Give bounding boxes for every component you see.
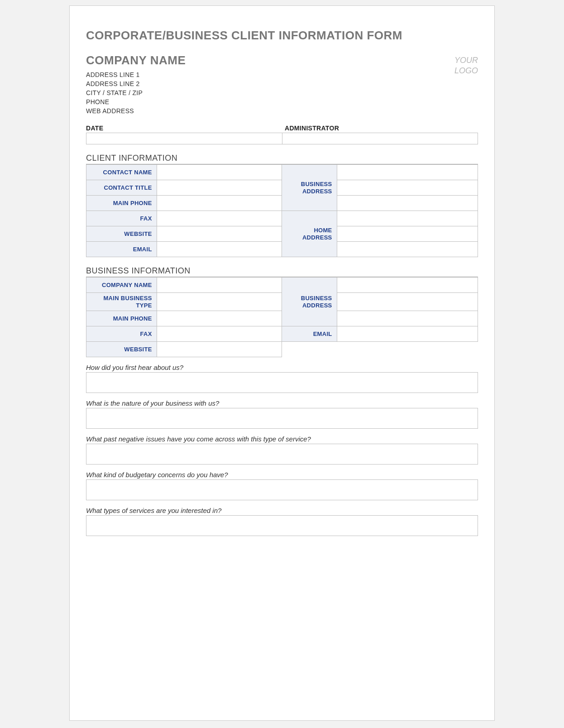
business-info-table: COMPANY NAME BUSINESS ADDRESS MAIN BUSIN… — [86, 277, 478, 357]
label-contact-title: CONTACT TITLE — [86, 180, 157, 196]
input-home-address-2[interactable] — [337, 226, 478, 242]
input-home-address-3[interactable] — [337, 242, 478, 257]
section-client-information: CLIENT INFORMATION — [86, 153, 478, 164]
answer-1[interactable] — [86, 372, 478, 393]
date-input[interactable] — [86, 133, 282, 144]
label-business-address: BUSINESS ADDRESS — [282, 165, 337, 211]
company-phone: PHONE — [86, 98, 186, 105]
answer-3[interactable] — [86, 444, 478, 465]
label-biz-fax: FAX — [86, 326, 157, 342]
input-business-address-1[interactable] — [337, 165, 478, 180]
input-home-address-1[interactable] — [337, 211, 478, 226]
input-website[interactable] — [157, 226, 282, 242]
logo-placeholder: YOUR LOGO — [454, 53, 478, 76]
label-email: EMAIL — [86, 242, 157, 257]
label-fax: FAX — [86, 211, 157, 226]
input-biz-address-2[interactable] — [337, 293, 478, 311]
document-page: CORPORATE/BUSINESS CLIENT INFORMATION FO… — [69, 5, 495, 721]
company-block: COMPANY NAME ADDRESS LINE 1 ADDRESS LINE… — [86, 53, 186, 116]
input-biz-company-name[interactable] — [157, 278, 282, 293]
section-business-information: BUSINESS INFORMATION — [86, 266, 478, 277]
question-5: What types of services are you intereste… — [86, 507, 478, 514]
input-biz-address-1[interactable] — [337, 278, 478, 293]
label-biz-main-phone: MAIN PHONE — [86, 311, 157, 326]
city-state-zip: CITY / STATE / ZIP — [86, 89, 186, 96]
input-contact-title[interactable] — [157, 180, 282, 196]
input-biz-website[interactable] — [157, 342, 282, 357]
label-main-business-type: MAIN BUSINESS TYPE — [86, 293, 157, 311]
label-website: WEBSITE — [86, 226, 157, 242]
input-email[interactable] — [157, 242, 282, 257]
answer-2[interactable] — [86, 408, 478, 429]
input-fax[interactable] — [157, 211, 282, 226]
input-biz-main-phone[interactable] — [157, 311, 282, 326]
address-line-2: ADDRESS LINE 2 — [86, 80, 186, 87]
question-1: How did you first hear about us? — [86, 364, 478, 371]
label-contact-name: CONTACT NAME — [86, 165, 157, 180]
label-main-phone: MAIN PHONE — [86, 196, 157, 211]
label-biz-company-name: COMPANY NAME — [86, 278, 157, 293]
date-admin-inputs — [86, 133, 478, 144]
logo-text-line2: LOGO — [454, 66, 478, 76]
label-biz-email: EMAIL — [282, 326, 337, 342]
form-title: CORPORATE/BUSINESS CLIENT INFORMATION FO… — [86, 29, 478, 43]
input-biz-address-3[interactable] — [337, 311, 478, 326]
input-main-phone[interactable] — [157, 196, 282, 211]
header-row: COMPANY NAME ADDRESS LINE 1 ADDRESS LINE… — [86, 53, 478, 116]
administrator-input[interactable] — [282, 133, 478, 144]
question-4: What kind of budgetary concerns do you h… — [86, 471, 478, 479]
input-contact-name[interactable] — [157, 165, 282, 180]
answer-5[interactable] — [86, 515, 478, 536]
label-biz-website: WEBSITE — [86, 342, 157, 357]
input-main-business-type[interactable] — [157, 293, 282, 311]
date-admin-row: DATE ADMINISTRATOR — [86, 124, 478, 133]
client-info-table: CONTACT NAME BUSINESS ADDRESS CONTACT TI… — [86, 164, 478, 257]
question-3: What past negative issues have you come … — [86, 435, 478, 443]
address-line-1: ADDRESS LINE 1 — [86, 71, 186, 78]
question-2: What is the nature of your business with… — [86, 399, 478, 407]
input-biz-email[interactable] — [337, 326, 478, 342]
company-name: COMPANY NAME — [86, 53, 186, 67]
label-biz-business-address: BUSINESS ADDRESS — [282, 278, 337, 326]
administrator-label: ADMINISTRATOR — [282, 124, 478, 133]
input-biz-fax[interactable] — [157, 326, 282, 342]
company-web: WEB ADDRESS — [86, 107, 186, 115]
date-label: DATE — [86, 124, 282, 133]
input-business-address-3[interactable] — [337, 196, 478, 211]
answer-4[interactable] — [86, 479, 478, 500]
label-home-address: HOME ADDRESS — [282, 211, 337, 257]
input-business-address-2[interactable] — [337, 180, 478, 196]
logo-text-line1: YOUR — [454, 55, 478, 66]
